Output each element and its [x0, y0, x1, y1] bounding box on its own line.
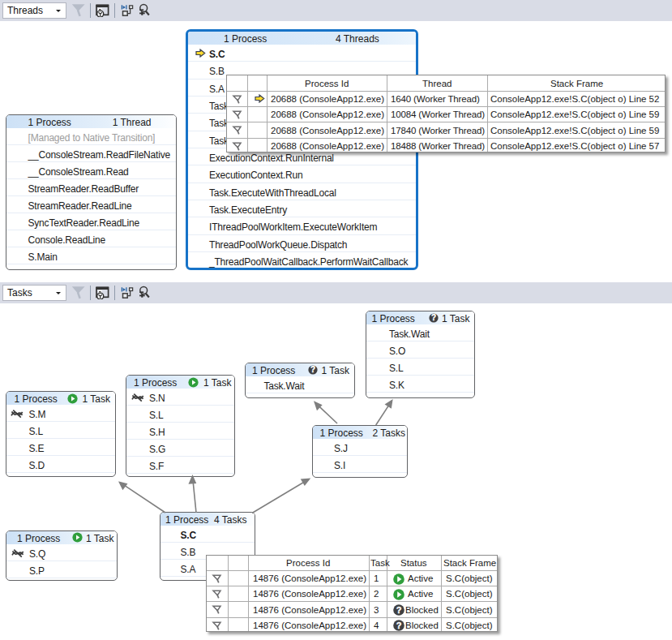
svg-text:?: ? — [396, 605, 401, 615]
svg-text:?: ? — [396, 621, 401, 630]
svg-text:?: ? — [430, 314, 435, 323]
svg-text:?: ? — [310, 365, 315, 374]
